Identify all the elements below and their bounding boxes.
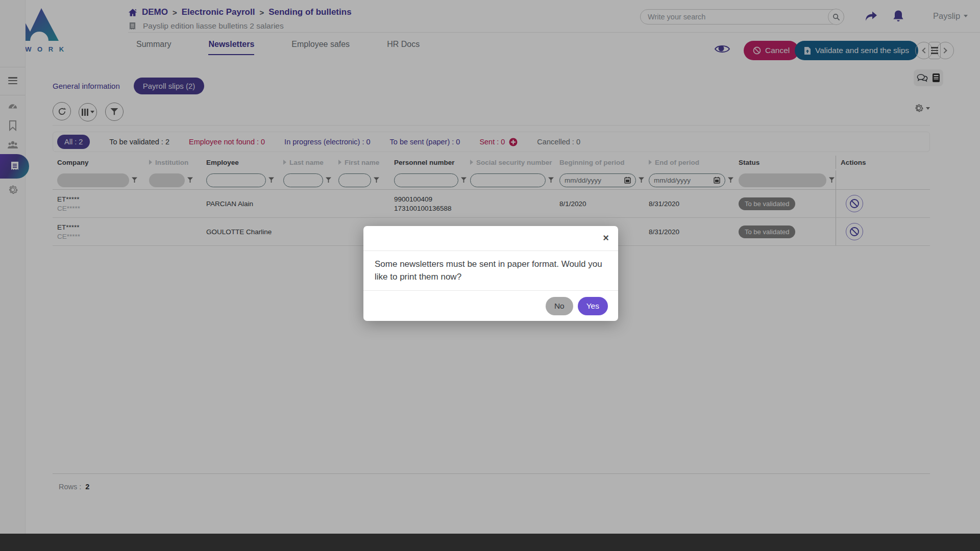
print-confirmation-dialog: × Some newsletters must be sent in paper… [363,226,618,321]
dialog-header: × [363,226,618,251]
dialog-footer: No Yes [363,290,618,321]
no-button[interactable]: No [546,297,573,315]
dialog-message: Some newsletters must be sent in paper f… [363,251,618,290]
close-icon[interactable]: × [603,233,609,243]
yes-button[interactable]: Yes [578,297,608,315]
